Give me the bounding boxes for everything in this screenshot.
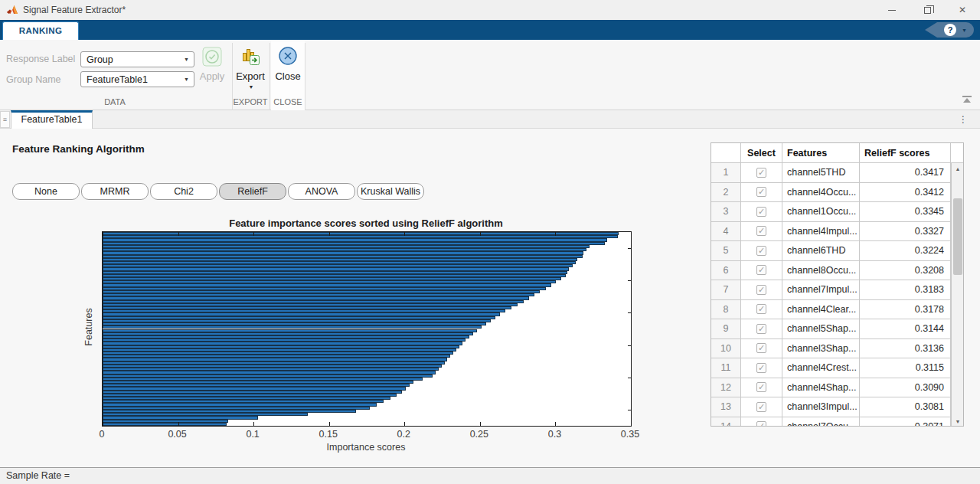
x-tick-mark xyxy=(329,232,330,236)
y-tick-mark xyxy=(628,410,631,410)
table-row: 7✓channel7Impul...0.3183 xyxy=(711,280,963,300)
close-button[interactable]: Close xyxy=(271,70,305,82)
checkbox-icon[interactable]: ✓ xyxy=(756,246,766,256)
table-header-row: Select Features ReliefF scores xyxy=(711,143,963,163)
restore-button[interactable] xyxy=(910,0,945,20)
checkbox-icon[interactable]: ✓ xyxy=(756,304,766,314)
close-window-button[interactable]: ✕ xyxy=(945,0,980,20)
x-tick-mark xyxy=(480,232,481,236)
collapse-toolstrip-icon xyxy=(962,96,972,97)
row-rank: 4 xyxy=(711,222,741,241)
help-icon: ? xyxy=(944,24,956,36)
scrollbar-thumb[interactable] xyxy=(953,198,962,275)
x-tick-label: 0.25 xyxy=(470,429,488,440)
section-label-export: EXPORT xyxy=(233,97,268,106)
y-tick-mark xyxy=(628,378,631,378)
algo-button-relieff[interactable]: ReliefF xyxy=(219,183,286,200)
row-select-cell: ✓ xyxy=(741,378,782,397)
row-select-cell: ✓ xyxy=(741,300,782,319)
checkbox-icon[interactable]: ✓ xyxy=(756,168,766,178)
chevron-down-icon: ▼ xyxy=(962,28,967,33)
help-button[interactable]: ? ▼ xyxy=(925,22,974,38)
row-score: 0.3115 xyxy=(860,358,951,378)
row-rank: 12 xyxy=(711,378,741,397)
minimize-button[interactable] xyxy=(874,0,910,20)
algo-button-chi2[interactable]: Chi2 xyxy=(150,183,217,200)
bar xyxy=(103,423,227,426)
apply-button[interactable]: Apply xyxy=(194,70,230,82)
checkbox-icon[interactable]: ✓ xyxy=(756,402,766,412)
collapse-toolstrip-button[interactable] xyxy=(960,96,974,106)
row-feature: channel5THD xyxy=(782,163,860,182)
algo-button-mrmr[interactable]: MRMR xyxy=(81,183,149,200)
x-tick-mark xyxy=(103,232,103,236)
row-score: 0.3178 xyxy=(860,300,951,319)
response-label: Response Label xyxy=(6,52,75,66)
checkbox-icon[interactable]: ✓ xyxy=(756,207,766,217)
minimize-icon xyxy=(888,10,896,11)
row-select-cell: ✓ xyxy=(741,397,782,417)
x-tick-mark xyxy=(555,232,556,236)
checkbox-icon[interactable]: ✓ xyxy=(756,343,766,353)
row-feature: channel3Shap... xyxy=(782,339,860,358)
checkbox-icon[interactable]: ✓ xyxy=(756,421,766,427)
table-row: 3✓channel1Occu...0.3345 xyxy=(711,202,963,222)
checkbox-icon[interactable]: ✓ xyxy=(756,265,766,275)
row-select-cell: ✓ xyxy=(741,163,782,182)
row-rank: 10 xyxy=(711,339,741,358)
checkbox-icon[interactable]: ✓ xyxy=(756,226,766,236)
tab-ranking[interactable]: RANKING xyxy=(2,21,79,40)
table-row: 11✓channel4Crest...0.3115 xyxy=(711,358,963,378)
row-select-cell: ✓ xyxy=(741,222,782,241)
row-rank: 8 xyxy=(711,300,741,319)
scroll-down-icon[interactable]: ▼ xyxy=(952,416,963,427)
close-window-icon: ✕ xyxy=(959,5,966,15)
row-score: 0.3417 xyxy=(860,163,951,182)
row-feature: channel6THD xyxy=(782,241,860,260)
y-tick-mark xyxy=(628,345,631,346)
ranking-table: Select Features ReliefF scores 1✓channel… xyxy=(710,142,964,427)
export-caret-icon[interactable]: ▼ xyxy=(247,84,256,90)
checkbox-icon[interactable]: ✓ xyxy=(756,324,766,334)
table-scrollbar[interactable]: ▲ ▼ xyxy=(951,163,963,427)
checkbox-icon[interactable]: ✓ xyxy=(756,285,766,295)
y-axis-label: Features xyxy=(83,303,94,351)
algorithm-button-group: NoneMRMRChi2ReliefFANOVAKruskal Wallis xyxy=(12,183,424,200)
matlab-logo-icon xyxy=(6,4,18,16)
tab-list-grip-icon[interactable]: ≡ xyxy=(0,111,10,128)
y-tick-mark xyxy=(628,280,631,281)
tab-featuretable1[interactable]: FeatureTable1 xyxy=(11,110,93,129)
group-name-value: FeatureTable1 xyxy=(87,74,148,85)
table-row: 6✓channel8Occu...0.3208 xyxy=(711,261,963,281)
section-label-close: CLOSE xyxy=(271,97,305,106)
document-tab-bar: ≡ FeatureTable1 ⋮ xyxy=(0,110,980,129)
row-rank: 1 xyxy=(711,163,741,182)
x-tick-mark xyxy=(404,232,405,236)
row-select-cell: ✓ xyxy=(741,202,782,221)
row-feature: channel7Occu... xyxy=(782,417,860,427)
y-tick-mark xyxy=(628,248,631,249)
algo-button-none[interactable]: None xyxy=(12,183,80,200)
scroll-up-icon[interactable]: ▲ xyxy=(952,163,963,175)
row-feature: channel3Impul... xyxy=(782,397,860,417)
section-label-data: DATA xyxy=(46,97,184,106)
x-tick-label: 0.35 xyxy=(621,429,639,440)
kebab-menu-icon[interactable]: ⋮ xyxy=(959,113,968,126)
x-tick-mark xyxy=(480,422,481,426)
row-feature: channel4Occu... xyxy=(782,183,860,202)
algo-button-anova[interactable]: ANOVA xyxy=(288,183,355,200)
chart-title: Feature importance scores sorted using R… xyxy=(102,217,630,229)
export-button[interactable]: Export xyxy=(233,70,268,82)
group-name-dropdown[interactable]: FeatureTable1 ▼ xyxy=(80,71,194,87)
checkbox-icon[interactable]: ✓ xyxy=(756,187,766,197)
checkbox-icon[interactable]: ✓ xyxy=(756,363,766,373)
ribbon-band: RANKING ? ▼ xyxy=(0,20,980,40)
table-row: 8✓channel4Clear...0.3178 xyxy=(711,300,963,320)
row-score: 0.3345 xyxy=(860,202,951,221)
row-rank: 3 xyxy=(711,202,741,221)
algo-button-kruskal-wallis[interactable]: Kruskal Wallis xyxy=(357,183,424,200)
table-row: 14✓channel7Occu...0.3071 xyxy=(711,417,963,427)
response-label-dropdown[interactable]: Group ▼ xyxy=(80,51,194,67)
x-tick-mark xyxy=(329,422,330,426)
checkbox-icon[interactable]: ✓ xyxy=(756,382,766,392)
